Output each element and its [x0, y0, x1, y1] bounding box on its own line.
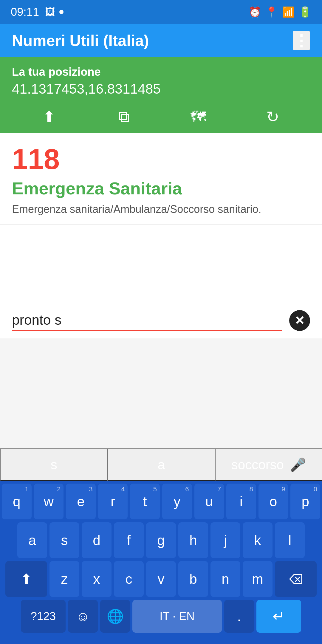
search-input[interactable] [12, 309, 282, 331]
battery-icon: 🔋 [299, 6, 311, 18]
copy-button[interactable]: ⧉ [109, 108, 139, 126]
key-f[interactable]: f [114, 522, 144, 558]
location-coordinates: 41.1317453,16.8311485 [12, 81, 310, 97]
location-label: La tua posizione [12, 66, 310, 78]
status-icons-right: ⏰ 📍 📶 🔋 [249, 6, 311, 18]
key-w[interactable]: w2 [34, 484, 64, 519]
emergency-description: Emergenza sanitaria/Ambulanza/Soccorso s… [12, 203, 310, 216]
key-shift[interactable]: ⬆ [5, 561, 47, 597]
app-bar-title: Numeri Utili (Italia) [12, 32, 149, 49]
key-row-1: q1 w2 e3 r4 t5 y6 u7 i8 o9 p0 [2, 484, 320, 519]
key-q[interactable]: q1 [2, 484, 32, 519]
key-l[interactable]: l [275, 522, 305, 558]
keyboard-rows: q1 w2 e3 r4 t5 y6 u7 i8 o9 p0 a s d f g … [0, 481, 322, 644]
search-input-wrapper [12, 309, 282, 331]
status-time: 09:11 [11, 6, 39, 18]
key-j[interactable]: j [210, 522, 240, 558]
enter-icon: ↵ [273, 608, 285, 625]
key-u[interactable]: u7 [194, 484, 224, 519]
empty-space [0, 225, 322, 302]
copy-icon: ⧉ [118, 108, 129, 126]
mic-icon: 🎤 [290, 457, 306, 473]
emergency-entry: 118 Emergenza Sanitaria Emergenza sanita… [0, 133, 322, 225]
key-h[interactable]: h [178, 522, 208, 558]
key-m[interactable]: m [243, 561, 273, 597]
key-enter[interactable]: ↵ [256, 600, 301, 633]
key-t[interactable]: t5 [130, 484, 160, 519]
status-left: 09:11 🖼 [11, 6, 64, 18]
status-icons-left: 🖼 [45, 6, 64, 18]
suggestion-soccorso[interactable]: soccorso 🎤 [215, 448, 322, 481]
keyboard: s a soccorso 🎤 q1 w2 e3 r4 t5 y6 u7 i8 o… [0, 448, 322, 644]
key-d[interactable]: d [82, 522, 112, 558]
emergency-name: Emergenza Sanitaria [12, 178, 310, 198]
dot-indicator [59, 10, 64, 14]
refresh-icon: ↻ [266, 108, 279, 126]
map-icon: 🗺 [191, 108, 206, 126]
key-row-bottom: ?123 ☺ 🌐 IT · EN . ↵ [2, 600, 320, 633]
key-n[interactable]: n [210, 561, 240, 597]
key-backspace[interactable] [275, 561, 317, 597]
key-row-2: a s d f g h j k l [2, 522, 320, 558]
key-language[interactable]: IT · EN [132, 600, 222, 633]
key-r[interactable]: r4 [98, 484, 128, 519]
suggestion-label: a [158, 457, 165, 472]
spacer [2, 636, 320, 642]
key-b[interactable]: b [178, 561, 208, 597]
key-s[interactable]: s [49, 522, 79, 558]
backspace-icon [289, 574, 302, 584]
emergency-number: 118 [12, 145, 310, 174]
suggestion-a[interactable]: a [107, 448, 215, 481]
refresh-button[interactable]: ↻ [258, 108, 288, 126]
key-i[interactable]: i8 [226, 484, 256, 519]
key-k[interactable]: k [243, 522, 273, 558]
map-button[interactable]: 🗺 [183, 108, 213, 126]
key-g[interactable]: g [146, 522, 176, 558]
key-x[interactable]: x [82, 561, 112, 597]
key-p[interactable]: p0 [290, 484, 320, 519]
key-period[interactable]: . [224, 600, 254, 633]
key-v[interactable]: v [146, 561, 176, 597]
suggestion-label: soccorso [231, 457, 284, 472]
location-banner: La tua posizione 41.1317453,16.8311485 ⬆… [0, 57, 322, 133]
key-globe[interactable]: 🌐 [100, 600, 130, 633]
location-icon: 📍 [265, 6, 278, 18]
share-icon: ⬆ [43, 108, 56, 126]
search-bar-container: ✕ [0, 302, 322, 338]
clear-icon: ✕ [295, 314, 305, 327]
key-y[interactable]: y6 [162, 484, 192, 519]
key-o[interactable]: o9 [258, 484, 288, 519]
key-z[interactable]: z [49, 561, 79, 597]
location-actions: ⬆ ⧉ 🗺 ↻ [12, 104, 310, 126]
key-a[interactable]: a [17, 522, 47, 558]
key-row-3: ⬆ z x c v b n m [2, 561, 320, 597]
signal-icon: 📶 [282, 6, 295, 18]
app-bar: Numeri Utili (Italia) ⋮ [0, 24, 322, 57]
image-icon: 🖼 [45, 6, 55, 18]
share-button[interactable]: ⬆ [34, 108, 64, 126]
suggestions-row: s a soccorso 🎤 [0, 448, 322, 481]
suggestion-s[interactable]: s [0, 448, 107, 481]
clear-button[interactable]: ✕ [289, 310, 310, 331]
alarm-icon: ⏰ [249, 6, 261, 18]
key-emoji[interactable]: ☺ [68, 600, 98, 633]
key-num-sym[interactable]: ?123 [21, 600, 66, 633]
status-bar: 09:11 🖼 ⏰ 📍 📶 🔋 [0, 0, 322, 24]
key-c[interactable]: c [114, 561, 144, 597]
app-bar-menu-button[interactable]: ⋮ [293, 31, 310, 50]
suggestion-label: s [51, 457, 57, 472]
key-e[interactable]: e3 [66, 484, 96, 519]
